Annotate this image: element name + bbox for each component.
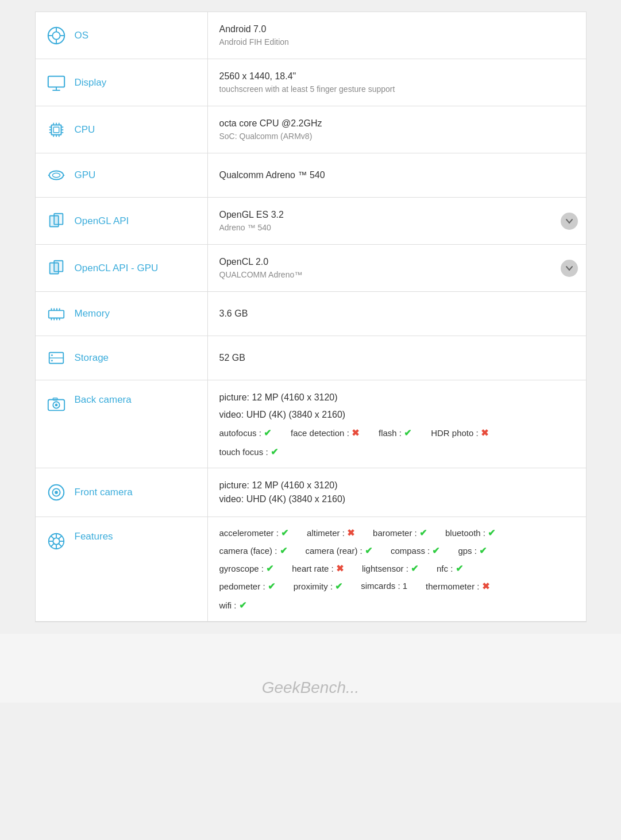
row-opencl: OpenCL API - GPU OpenCL 2.0 QUALCOMM Adr… [36, 245, 586, 292]
value-display-sub: touchscreen with at least 5 finger gestu… [219, 83, 574, 95]
feature-gyroscope: gyroscope : ✔ [219, 563, 274, 574]
value-opengl-main: OpenGL ES 3.2 [219, 208, 574, 222]
back-camera-features-row1: autofocus : ✔ face detection : ✖ flash :… [219, 427, 574, 438]
row-display: Display 2560 x 1440, 18.4" touchscreen w… [36, 59, 586, 106]
feature-altimeter: altimeter : ✖ [307, 527, 354, 538]
value-front-camera: picture: 12 MP (4160 x 3120) video: UHD … [208, 468, 586, 517]
cpu-icon [46, 120, 67, 140]
svg-point-52 [53, 538, 59, 544]
features-row-1: accelerometer : ✔ altimeter : ✖ baromete… [219, 527, 574, 538]
hdr-photo-cross: ✖ [481, 428, 488, 438]
label-display: Display [36, 59, 208, 106]
svg-point-42 [51, 355, 53, 356]
opencl-chevron-button[interactable] [561, 260, 578, 277]
footer-area: GeekBench... [0, 634, 621, 703]
features-row-5: wifi : ✔ [219, 600, 574, 611]
feature-heart-rate: heart rate : ✖ [292, 563, 344, 574]
feature-touch-focus: touch focus : ✔ [219, 447, 278, 457]
touch-focus-check: ✔ [271, 447, 278, 457]
opengl-chevron-button[interactable] [561, 213, 578, 230]
svg-line-59 [59, 535, 61, 538]
label-opencl: OpenCL API - GPU [36, 245, 208, 291]
svg-line-57 [51, 535, 53, 538]
feature-bluetooth: bluetooth : ✔ [445, 527, 495, 538]
value-memory: 3.6 GB [208, 292, 586, 336]
svg-line-60 [51, 544, 53, 546]
footer-text: GeekBench... [262, 679, 360, 697]
value-features: accelerometer : ✔ altimeter : ✖ baromete… [208, 517, 586, 621]
label-opengl: OpenGL API [36, 198, 208, 244]
row-back-camera: Back camera picture: 12 MP (4160 x 3120)… [36, 380, 586, 468]
row-storage: Storage 52 GB [36, 336, 586, 380]
label-front-camera: Front camera [36, 468, 208, 517]
svg-rect-28 [54, 213, 63, 224]
label-opengl-text: OpenGL API [75, 215, 129, 227]
feature-gps: gps : ✔ [458, 545, 487, 556]
os-icon [46, 25, 67, 46]
feature-camera-face: camera (face) : ✔ [219, 545, 287, 556]
label-opencl-text: OpenCL API - GPU [75, 263, 159, 274]
feature-proximity: proximity : ✔ [294, 581, 343, 592]
value-gpu: Qualcomm Adreno ™ 540 [208, 153, 586, 197]
label-os: OS [36, 12, 208, 59]
feature-thermometer: thermometer : ✖ [426, 581, 489, 592]
svg-rect-30 [54, 260, 63, 271]
value-opengl-sub: Adreno ™ 540 [219, 222, 574, 234]
value-display-main: 2560 x 1440, 18.4" [219, 70, 574, 83]
label-os-text: OS [75, 30, 89, 41]
value-front-camera-main2: video: UHD (4K) (3840 x 2160) [219, 492, 574, 506]
value-os-sub: Android FIH Edition [219, 36, 574, 48]
feature-compass: compass : ✔ [391, 545, 440, 556]
value-opengl: OpenGL ES 3.2 Adreno ™ 540 [208, 198, 586, 244]
value-os: Android 7.0 Android FIH Edition [208, 12, 586, 59]
label-back-camera: Back camera [36, 380, 208, 468]
feature-hdr-photo: HDR photo : ✖ [431, 427, 488, 438]
label-gpu-text: GPU [75, 169, 96, 181]
feature-pedometer: pedometer : ✔ [219, 581, 275, 592]
svg-point-24 [52, 173, 60, 178]
svg-point-23 [49, 171, 63, 179]
value-back-camera-main2: video: UHD (4K) (3840 x 2160) [219, 408, 574, 422]
label-back-camera-text: Back camera [75, 394, 132, 406]
storage-icon [46, 348, 67, 368]
value-opencl-sub: QUALCOMM Adreno™ [219, 269, 574, 281]
row-os: OS Android 7.0 Android FIH Edition [36, 12, 586, 59]
value-opencl-main: OpenCL 2.0 [219, 255, 574, 269]
opengl-icon [46, 211, 67, 232]
svg-point-43 [51, 360, 53, 361]
value-storage-main: 52 GB [219, 351, 574, 365]
feature-lightsensor: lightsensor : ✔ [362, 563, 418, 574]
features-row-4: pedometer : ✔ proximity : ✔ simcards : 1… [219, 581, 574, 592]
label-cpu: CPU [36, 106, 208, 153]
label-features: Features [36, 517, 208, 621]
value-gpu-main: Qualcomm Adreno ™ 540 [219, 168, 574, 182]
svg-point-1 [52, 32, 60, 39]
value-cpu-sub: SoC: Qualcomm (ARMv8) [219, 130, 574, 142]
value-storage: 52 GB [208, 336, 586, 380]
label-features-text: Features [75, 531, 113, 542]
row-opengl: OpenGL API OpenGL ES 3.2 Adreno ™ 540 [36, 198, 586, 245]
value-memory-main: 3.6 GB [219, 307, 574, 321]
back-camera-features-row2: touch focus : ✔ [219, 446, 574, 457]
back-camera-icon [46, 394, 67, 415]
feature-barometer: barometer : ✔ [373, 527, 427, 538]
gpu-icon [46, 165, 67, 186]
value-back-camera-main1: picture: 12 MP (4160 x 3120) [219, 391, 574, 404]
autofocus-check: ✔ [264, 428, 271, 438]
face-detection-cross: ✖ [352, 428, 359, 438]
svg-rect-47 [53, 398, 57, 400]
value-os-main: Android 7.0 [219, 22, 574, 36]
value-back-camera: picture: 12 MP (4160 x 3120) video: UHD … [208, 380, 586, 468]
features-icon [46, 531, 67, 552]
row-cpu: CPU octa core CPU @2.2GHz SoC: Qualcomm … [36, 106, 586, 153]
feature-face-detection: face detection : ✖ [291, 427, 359, 438]
row-front-camera: Front camera picture: 12 MP (4160 x 3120… [36, 468, 586, 517]
feature-flash: flash : ✔ [379, 427, 411, 438]
value-cpu: octa core CPU @2.2GHz SoC: Qualcomm (ARM… [208, 106, 586, 153]
value-front-camera-main1: picture: 12 MP (4160 x 3120) [219, 479, 574, 492]
row-gpu: GPU Qualcomm Adreno ™ 540 [36, 153, 586, 198]
feature-camera-rear: camera (rear) : ✔ [306, 545, 372, 556]
opencl-icon [46, 258, 67, 279]
features-row-3: gyroscope : ✔ heart rate : ✖ lightsensor… [219, 563, 574, 574]
label-storage: Storage [36, 336, 208, 380]
